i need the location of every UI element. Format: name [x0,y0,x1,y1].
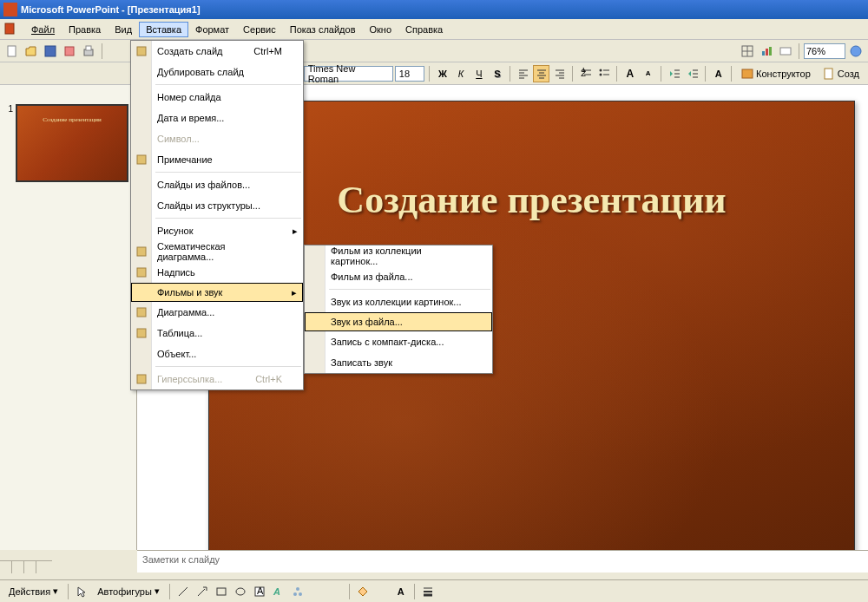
svg-point-13 [851,46,861,56]
diagram-button[interactable] [289,583,306,600]
menu-item-фильмы-и-звук[interactable]: Фильмы и звук▸ [131,283,303,302]
help-button[interactable] [847,43,865,60]
menu-shortcut: Ctrl+M [253,46,282,56]
menu-item-рисунок[interactable]: Рисунок▸ [131,220,303,241]
menu-item-таблица-[interactable]: Таблица... [131,323,303,344]
menu-item-объект-[interactable]: Объект... [131,344,303,364]
menu-item-label: Номер слайда [157,92,221,102]
align-center-button[interactable] [533,65,549,82]
svg-rect-40 [742,69,753,78]
arrow-style-button[interactable] [457,583,475,600]
new-slide-button[interactable]: Созд [818,68,865,80]
menu-view[interactable]: Вид [108,22,139,37]
notes-pane[interactable]: Заметки к слайду [137,550,868,573]
menu-item-label: Рисунок [157,226,194,236]
submenu-arrow-icon: ▸ [293,226,298,237]
menubar: Файл Правка Вид Вставка Формат Сервис По… [0,19,868,40]
shadow-button[interactable]: S [489,65,505,82]
menu-item-слайды-из-файлов-[interactable]: Слайды из файлов... [131,174,303,195]
decrease-indent-button[interactable] [666,65,682,82]
sorter-view-button[interactable] [12,561,24,573]
fill-color-button[interactable] [354,583,372,600]
menu-slideshow[interactable]: Показ слайдов [283,22,363,37]
arrow-button[interactable] [194,583,211,600]
decrease-font-button[interactable]: A [640,65,656,82]
zoom-combo[interactable]: 76% [804,43,845,59]
3d-style-button[interactable] [496,583,513,600]
menu-item-label: Схематическая диаграмма... [157,241,282,262]
menu-item-номер-слайда[interactable]: Номер слайда [131,87,303,108]
print-button[interactable] [80,43,97,60]
align-left-button[interactable] [515,65,531,82]
slideshow-view-button[interactable] [24,561,36,573]
spell-button[interactable] [107,43,124,60]
open-button[interactable] [23,43,40,60]
save-button[interactable] [42,43,59,60]
dash-style-button[interactable] [438,583,456,600]
menu-item-фильм-из-файла-[interactable]: Фильм из файла... [305,266,492,287]
font-color-button[interactable]: A [710,65,727,82]
italic-button[interactable]: К [452,65,469,82]
menu-item-label: Надпись [157,267,195,278]
wordart-button[interactable]: A [270,583,287,600]
line-color-button[interactable] [373,583,391,600]
menu-insert[interactable]: Вставка [139,22,188,37]
new-button[interactable] [3,43,21,60]
menu-item-схематическая-диаграмма-[interactable]: Схематическая диаграмма... [131,241,303,262]
rectangle-button[interactable] [213,583,230,600]
align-right-button[interactable] [551,65,568,82]
actions-menu[interactable]: Действия▾ [3,586,63,597]
font-name-combo[interactable]: Times New Roman [304,66,393,82]
menu-item-дублировать-слайд[interactable]: Дублировать слайд [131,62,303,82]
menu-item-звук-из-коллекции-картинок-[interactable]: Звук из коллекции картинок... [305,291,492,312]
line-button[interactable] [174,583,192,600]
slide-title-text[interactable]: Создание презентации [209,178,854,222]
menu-item-надпись[interactable]: Надпись [131,262,303,283]
permission-button[interactable] [61,43,78,60]
show-button[interactable] [777,43,794,60]
menu-item-диаграмма-[interactable]: Диаграмма... [131,302,303,323]
line-style-button[interactable] [419,583,437,600]
menu-format[interactable]: Формат [188,22,236,37]
menu-item-примечание[interactable]: Примечание [131,149,303,170]
menu-item-дата-и-время-[interactable]: Дата и время... [131,108,303,128]
menu-window[interactable]: Окно [363,22,399,37]
svg-rect-63 [137,308,146,317]
menu-item-label: Звук из коллекции картинок... [331,297,462,307]
menu-file[interactable]: Файл [24,22,62,37]
menu-item-фильм-из-коллекции-картинок-[interactable]: Фильм из коллекции картинок... [305,245,492,266]
designer-button[interactable]: Конструктор [736,68,816,80]
textbox-button[interactable]: A [251,583,268,600]
numbered-list-button[interactable]: 12 [577,65,594,82]
svg-rect-65 [137,375,146,383]
menu-item-создать-слайд[interactable]: Создать слайдCtrl+M [131,41,303,62]
menu-item-звук-из-файла-[interactable]: Звук из файла... [305,312,492,331]
menu-help[interactable]: Справка [398,22,450,37]
menu-item-слайды-из-структуры-[interactable]: Слайды из структуры... [131,195,303,216]
menu-item-label: Объект... [157,349,196,359]
shadow-style-button[interactable] [477,583,494,600]
font-size-combo[interactable]: 18 [395,66,425,82]
tables-borders-button[interactable] [739,43,756,60]
underline-button[interactable]: Ч [470,65,487,82]
autoshapes-menu[interactable]: Автофигуры▾ [92,586,165,597]
menu-tools[interactable]: Сервис [236,22,283,37]
svg-rect-60 [137,155,146,164]
bulleted-list-button[interactable] [595,65,612,82]
picture-button[interactable] [327,583,345,600]
svg-point-49 [236,588,245,595]
svg-point-32 [599,73,602,75]
bold-button[interactable]: Ж [434,65,450,82]
select-button[interactable] [73,583,90,600]
increase-indent-button[interactable] [684,65,700,82]
increase-font-button[interactable]: A [621,65,638,82]
normal-view-button[interactable] [0,561,12,573]
menu-item-записать-звук[interactable]: Записать звук [305,352,492,373]
menu-item-запись-с-компакт-диска-[interactable]: Запись с компакт-диска... [305,331,492,352]
font-color-button-2[interactable]: A [392,583,410,600]
slide-thumbnail-1[interactable]: 1 Создание презентации [0,101,136,186]
chart-button[interactable] [758,43,775,60]
clipart-button[interactable] [308,583,326,600]
menu-edit[interactable]: Правка [62,22,108,37]
oval-button[interactable] [232,583,249,600]
